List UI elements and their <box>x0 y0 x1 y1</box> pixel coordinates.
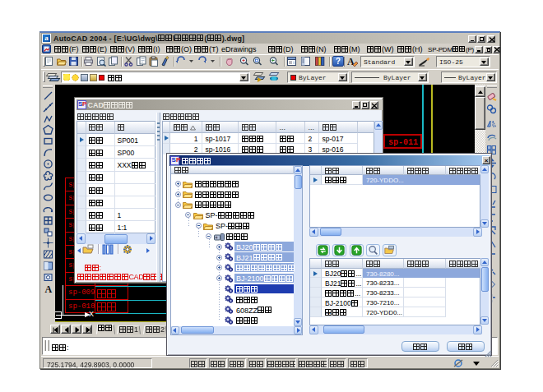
svg-text:A: A <box>45 284 53 294</box>
